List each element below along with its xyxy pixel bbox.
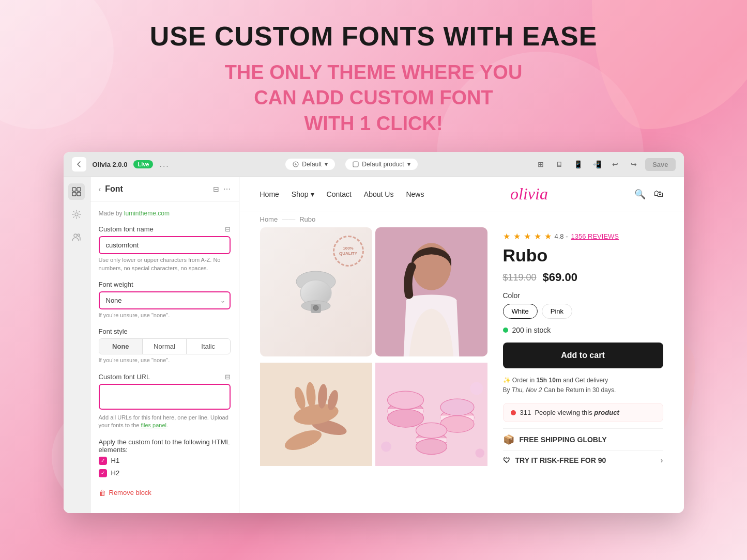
custom-font-url-group: Custom font URL ⊟ Add all URLs for this … xyxy=(99,373,231,430)
nav-about-us[interactable]: About Us xyxy=(364,190,394,198)
font-style-group: Font style None Normal Italic If you're … xyxy=(99,328,231,364)
cart-icon[interactable]: 🛍 xyxy=(654,189,663,199)
custom-font-name-input[interactable] xyxy=(99,236,231,254)
risk-label: TRY IT RISK-FREE FOR 90 xyxy=(515,456,606,464)
custom-font-url-input[interactable] xyxy=(99,384,231,410)
svg-point-13 xyxy=(313,305,318,310)
product-device-svg xyxy=(287,258,344,325)
save-button[interactable]: Save xyxy=(645,158,675,171)
stock-text: 200 in stock xyxy=(512,326,551,334)
svg-point-37 xyxy=(381,442,391,452)
nav-contact[interactable]: Contact xyxy=(327,190,352,198)
sidebar-copy-icon[interactable]: ⊟ xyxy=(213,185,219,193)
color-white[interactable]: White xyxy=(503,304,538,319)
sidebar-icon-users[interactable] xyxy=(68,229,85,245)
star-3: ★ xyxy=(524,231,531,241)
product-info: ★ ★ ★ ★ ★ 4.8 - 1356 REVIEWS Rubo $119.0… xyxy=(503,227,663,469)
browser-url-area: Default ▾ Default product ▾ xyxy=(176,159,527,170)
product-image-woman xyxy=(375,227,487,356)
nav-shop[interactable]: Shop ▾ xyxy=(292,190,314,198)
rating-value: 4.8 - xyxy=(555,232,568,240)
sidebar-left-icons xyxy=(64,177,90,513)
font-style-normal-btn[interactable]: Normal xyxy=(143,339,187,354)
made-by: Made by lumintheme.com xyxy=(99,210,231,217)
svg-point-36 xyxy=(416,423,447,439)
color-options: White Pink xyxy=(503,304,663,319)
reviews-link[interactable]: 1356 REVIEWS xyxy=(571,232,619,240)
lumintheme-link[interactable]: lumintheme.com xyxy=(124,210,170,217)
star-2: ★ xyxy=(513,231,521,241)
star-1: ★ xyxy=(503,231,510,241)
page-subheadline: THE ONLY THEME WHERE YOU CAN ADD CUSTOM … xyxy=(225,60,523,136)
viewing-badge: 311 People viewing this product xyxy=(503,403,663,422)
svg-rect-5 xyxy=(77,192,81,196)
monitor-icon[interactable]: 🖥 xyxy=(552,157,567,172)
product-image-main: 100%QUALITY xyxy=(260,227,372,356)
browser-back-button[interactable] xyxy=(72,157,86,172)
sidebar-header: ‹ Font ⊟ ⋯ xyxy=(90,177,239,201)
svg-point-28 xyxy=(387,391,423,409)
sidebar-icon-settings[interactable] xyxy=(68,206,85,223)
nav-news[interactable]: News xyxy=(406,190,424,198)
custom-font-url-label: Custom font URL ⊟ xyxy=(99,373,231,381)
undo-icon[interactable]: ↩ xyxy=(608,157,622,172)
default-product-selector[interactable]: Default product ▾ xyxy=(345,159,417,170)
stock-row: 200 in stock xyxy=(503,326,663,334)
tablet-icon[interactable]: 📱 xyxy=(571,157,585,172)
viewing-text: 311 People viewing this product xyxy=(520,409,619,416)
breadcrumb-home[interactable]: Home xyxy=(260,215,278,223)
h2-label: H2 xyxy=(111,469,120,477)
sidebar-header-icons: ⊟ ⋯ xyxy=(213,185,231,193)
shipping-icon: 📦 xyxy=(503,434,514,445)
star-5: ★ xyxy=(544,231,552,241)
font-style-italic-btn[interactable]: Italic xyxy=(187,339,230,354)
sidebar-more-icon[interactable]: ⋯ xyxy=(223,185,231,193)
svg-point-35 xyxy=(416,439,447,455)
custom-font-name-hint: Use only lower or upper characters from … xyxy=(99,256,231,272)
copy-url-icon[interactable]: ⊟ xyxy=(225,373,231,381)
sparkle-icon: ✨ xyxy=(503,377,511,384)
price-row: $119.00 $69.00 xyxy=(503,271,663,284)
responsive-desktop-icon[interactable]: ⊞ xyxy=(533,157,548,172)
font-weight-group: Font weight None If you're unsure, use "… xyxy=(99,281,231,319)
rating-row: ★ ★ ★ ★ ★ 4.8 - 1356 REVIEWS xyxy=(503,231,663,241)
shipping-label: FREE SHIPPING GLOBLY xyxy=(520,435,607,444)
h2-checkbox-group: ✓ H2 xyxy=(99,469,231,477)
copy-field-icon[interactable]: ⊟ xyxy=(225,225,231,233)
browser-more-options[interactable]: ... xyxy=(159,160,169,169)
files-panel-link[interactable]: files panel xyxy=(141,422,166,428)
color-pink[interactable]: Pink xyxy=(542,304,572,319)
viewing-dot xyxy=(511,410,516,415)
font-style-buttons: None Normal Italic xyxy=(99,338,231,354)
sidebar-panel: ‹ Font ⊟ ⋯ Made by lumintheme.com xyxy=(64,177,239,513)
apply-elements-label: Apply the custom font to the following H… xyxy=(99,438,231,454)
font-style-none-btn[interactable]: None xyxy=(99,339,143,354)
browser-body: ‹ Font ⊟ ⋯ Made by lumintheme.com xyxy=(64,177,684,513)
app-name: Olivia 2.0.0 xyxy=(93,161,128,168)
breadcrumb: Home —— Rubo xyxy=(239,211,684,227)
search-icon[interactable]: 🔍 xyxy=(634,189,646,200)
price-current: $69.00 xyxy=(543,271,577,284)
redo-icon[interactable]: ↪ xyxy=(627,157,641,172)
h1-checkbox[interactable]: ✓ xyxy=(99,457,107,465)
custom-font-name-group: Custom font name ⊟ Use only lower or upp… xyxy=(99,225,231,272)
add-to-cart-button[interactable]: Add to cart xyxy=(503,343,663,368)
h2-checkbox[interactable]: ✓ xyxy=(99,469,107,477)
sidebar-icon-layout[interactable] xyxy=(68,183,85,200)
browser-window: Olivia 2.0.0 Live ... Default ▾ Default … xyxy=(64,152,684,513)
trash-icon: 🗑 xyxy=(99,489,106,497)
product-images: 100%QUALITY xyxy=(260,227,487,469)
svg-point-6 xyxy=(75,213,78,216)
nav-home[interactable]: Home xyxy=(260,190,279,198)
sidebar-back-arrow[interactable]: ‹ xyxy=(99,185,101,193)
font-weight-select[interactable]: None xyxy=(99,291,231,309)
remove-block-button[interactable]: 🗑 Remove block xyxy=(99,486,231,500)
nav-right-icons: 🔍 🛍 xyxy=(634,189,663,200)
font-weight-hint: If you're unsure, use "none". xyxy=(99,312,231,319)
price-original: $119.00 xyxy=(503,272,537,283)
nav-links: Home Shop ▾ Contact About Us News xyxy=(260,190,424,198)
mobile-icon[interactable]: 📲 xyxy=(589,157,604,172)
product-section: 100%QUALITY xyxy=(239,227,684,479)
svg-rect-1 xyxy=(353,162,358,167)
default-selector[interactable]: Default ▾ xyxy=(285,159,335,170)
